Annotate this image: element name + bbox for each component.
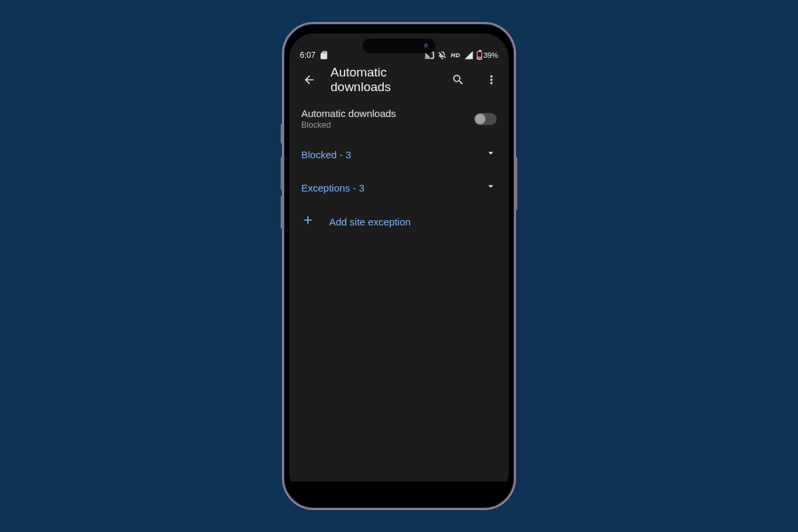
front-camera bbox=[424, 43, 429, 49]
screen: 6:07 HD 39% bbox=[289, 33, 509, 499]
status-bar-right: HD 39% bbox=[425, 51, 498, 60]
battery-pct: 39% bbox=[483, 51, 498, 59]
side-button-power bbox=[515, 157, 517, 210]
clock: 6:07 bbox=[300, 51, 315, 60]
exceptions-section[interactable]: Exceptions - 3 bbox=[289, 171, 509, 204]
expand-exceptions bbox=[485, 180, 497, 195]
battery-indicator: 39% bbox=[477, 51, 498, 60]
side-button-vol-down bbox=[281, 196, 283, 229]
chevron-down-icon bbox=[485, 147, 497, 159]
signal-icon bbox=[464, 51, 473, 60]
side-button-vol-up bbox=[281, 157, 283, 190]
add-site-exception-label: Add site exception bbox=[329, 216, 411, 227]
search-button[interactable] bbox=[446, 68, 470, 92]
sd-card-icon bbox=[319, 51, 329, 60]
toggle-subtitle: Blocked bbox=[301, 120, 396, 130]
arrow-back-icon bbox=[303, 73, 316, 86]
notch bbox=[362, 39, 436, 53]
app-bar: Automatic downloads bbox=[289, 63, 509, 97]
hd-indicator: HD bbox=[450, 52, 461, 59]
toggle-title: Automatic downloads bbox=[301, 108, 396, 119]
side-button-silence bbox=[281, 124, 283, 144]
automatic-downloads-toggle-row[interactable]: Automatic downloads Blocked bbox=[289, 100, 509, 138]
dnd-off-icon bbox=[438, 51, 447, 60]
automatic-downloads-switch[interactable] bbox=[474, 113, 497, 125]
expand-blocked bbox=[485, 147, 497, 162]
battery-icon bbox=[477, 51, 482, 60]
plus-icon bbox=[301, 213, 315, 229]
chevron-down-icon bbox=[485, 180, 497, 192]
settings-content: Automatic downloads Blocked Blocked - 3 … bbox=[289, 97, 509, 241]
status-bar-left: 6:07 bbox=[300, 51, 329, 60]
more-button[interactable] bbox=[479, 68, 503, 92]
blocked-section[interactable]: Blocked - 3 bbox=[289, 138, 509, 171]
search-icon bbox=[452, 73, 465, 86]
add-site-exception[interactable]: Add site exception bbox=[289, 204, 509, 239]
back-button[interactable] bbox=[297, 68, 321, 92]
switch-knob bbox=[475, 114, 485, 124]
blocked-label: Blocked - 3 bbox=[301, 149, 351, 160]
page-title: Automatic downloads bbox=[331, 65, 437, 94]
phone-frame: 6:07 HD 39% bbox=[282, 22, 516, 510]
more-vert-icon bbox=[485, 73, 498, 86]
exceptions-label: Exceptions - 3 bbox=[301, 182, 364, 194]
nav-bar-area bbox=[289, 481, 509, 499]
